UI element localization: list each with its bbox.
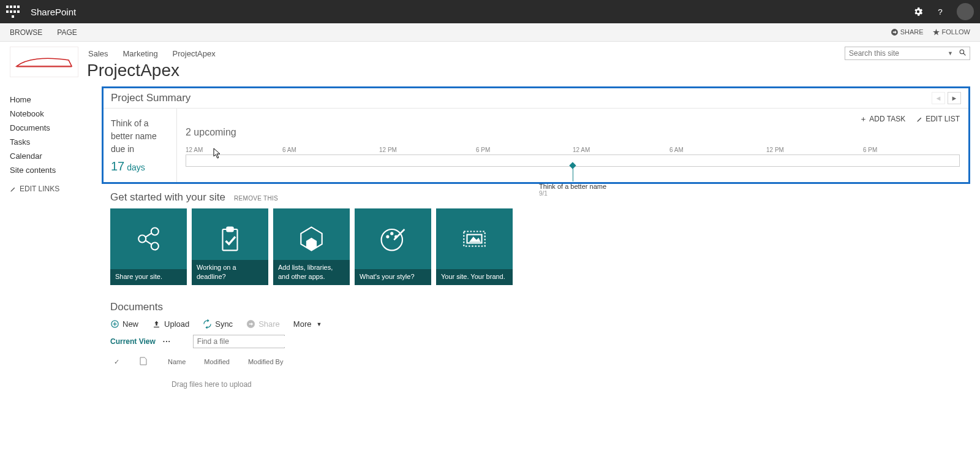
sync-icon (203, 319, 212, 329)
left-nav: Home Notebook Documents Tasks Calendar S… (10, 86, 102, 395)
pencil-icon (916, 116, 923, 123)
share-button[interactable]: SHARE (891, 28, 924, 37)
pencil-icon (10, 186, 17, 193)
tile-add-apps[interactable]: Add lists, libraries, and other apps. (273, 208, 350, 285)
chevron-down-icon: ▼ (316, 321, 322, 327)
tile-share-site[interactable]: Share your site. (110, 208, 187, 285)
timeline-label: 6 AM (282, 147, 379, 153)
timeline-label: 12 PM (766, 147, 863, 153)
upload-icon (152, 319, 161, 329)
find-file-input[interactable] (194, 336, 293, 347)
project-due-summary: Think of a better name due in 17 days (104, 109, 177, 182)
svg-rect-8 (222, 229, 237, 250)
svg-marker-19 (469, 237, 481, 242)
timeline-label: 12 AM (573, 147, 669, 153)
svg-rect-9 (227, 227, 233, 232)
timeline-label: 6 PM (863, 147, 960, 153)
col-modified-by[interactable]: Modified By (248, 358, 283, 365)
project-summary-title: Project Summary (111, 92, 190, 104)
get-started-title: Get started with your site (110, 191, 225, 204)
image-icon (436, 222, 513, 256)
diamond-icon (569, 162, 576, 169)
ribbon-tab-browse[interactable]: BROWSE (10, 28, 42, 37)
nav-home[interactable]: Home (10, 93, 102, 107)
svg-line-7 (145, 240, 151, 245)
select-all-checkbox[interactable]: ✓ (114, 358, 121, 366)
documents-header-row: ✓ Name Modified Modified By (110, 354, 970, 369)
search-box[interactable]: ▼ (845, 47, 970, 60)
share-icon (110, 222, 187, 256)
site-logo[interactable] (10, 47, 78, 77)
palette-icon (355, 222, 431, 256)
timeline-label: 12 PM (379, 147, 476, 153)
page-title: ProjectApex (87, 61, 845, 80)
edit-links-button[interactable]: EDIT LINKS (10, 185, 102, 193)
svg-point-1 (960, 50, 964, 54)
documents-section: Documents New Upload Sync Share More▼ Cu… (110, 301, 970, 395)
ribbon: BROWSE PAGE SHARE FOLLOW (0, 23, 980, 42)
view-options-button[interactable]: ··· (163, 337, 171, 346)
nav-documents[interactable]: Documents (10, 121, 102, 135)
doc-more-button[interactable]: More▼ (293, 319, 322, 329)
edit-list-button[interactable]: EDIT LIST (916, 115, 960, 123)
plus-circle-icon (110, 319, 119, 329)
svg-point-5 (151, 243, 159, 250)
documents-title: Documents (110, 301, 970, 313)
settings-icon[interactable] (913, 6, 924, 17)
find-file-box[interactable] (193, 335, 285, 348)
search-input[interactable] (845, 48, 945, 59)
nav-site-contents[interactable]: Site contents (10, 163, 102, 177)
svg-point-14 (390, 232, 393, 235)
project-summary-panel: Project Summary ◄ ► Think of a better na… (102, 86, 970, 184)
breadcrumb-sales[interactable]: Sales (88, 49, 108, 58)
plus-icon (860, 116, 867, 123)
remove-this-button[interactable]: REMOVE THIS (234, 195, 278, 202)
timeline-next-button[interactable]: ► (948, 92, 961, 104)
timeline-milestone[interactable]: Think of a better name 9/1 (539, 166, 606, 197)
timeline-label: 6 AM (669, 147, 766, 153)
nav-calendar[interactable]: Calendar (10, 149, 102, 163)
drop-zone[interactable]: Drag files here to upload (110, 369, 970, 395)
clipboard-check-icon (192, 222, 268, 256)
svg-line-2 (963, 53, 965, 55)
tile-deadline[interactable]: Working on a deadline? (192, 208, 268, 285)
timeline-label: 6 PM (476, 147, 573, 153)
hexagon-icon (273, 222, 350, 256)
share-icon (246, 319, 255, 329)
svg-text:?: ? (938, 7, 943, 17)
app-name: SharePoint (31, 7, 76, 17)
add-task-button[interactable]: ADD TASK (860, 115, 905, 123)
app-launcher-icon[interactable] (6, 5, 20, 18)
promoted-tiles: Share your site. Working on a deadline? … (110, 208, 970, 285)
current-view-button[interactable]: Current View (110, 337, 156, 346)
search-scope-dropdown[interactable]: ▼ (945, 50, 956, 56)
col-name[interactable]: Name (168, 358, 186, 365)
timeline[interactable]: 12 AM 6 AM 12 PM 6 PM 12 AM 6 AM 12 PM 6… (186, 147, 960, 167)
follow-button[interactable]: FOLLOW (932, 28, 970, 37)
timeline-bar[interactable]: Think of a better name 9/1 (186, 154, 960, 167)
timeline-prev-button[interactable]: ◄ (932, 92, 945, 104)
svg-point-4 (151, 227, 159, 235)
tile-brand[interactable]: Your site. Your brand. (436, 208, 513, 285)
timeline-label: 12 AM (186, 147, 282, 153)
breadcrumb-projectapex[interactable]: ProjectApex (173, 49, 216, 58)
tile-style[interactable]: What's your style? (355, 208, 431, 285)
header: Sales Marketing ProjectApex ProjectApex … (0, 42, 980, 80)
nav-tasks[interactable]: Tasks (10, 135, 102, 149)
user-avatar[interactable] (957, 3, 974, 20)
nav-notebook[interactable]: Notebook (10, 107, 102, 121)
upcoming-count: 2 upcoming (186, 127, 960, 138)
breadcrumb: Sales Marketing ProjectApex (88, 49, 845, 58)
col-modified[interactable]: Modified (204, 358, 230, 365)
search-go-icon[interactable] (956, 48, 970, 58)
doc-share-button[interactable]: Share (246, 319, 280, 329)
doc-sync-button[interactable]: Sync (203, 319, 233, 329)
svg-line-6 (145, 233, 151, 237)
svg-point-13 (386, 235, 389, 238)
help-icon[interactable]: ? (935, 6, 946, 17)
doc-upload-button[interactable]: Upload (152, 319, 189, 329)
suite-bar: SharePoint ? (0, 0, 980, 23)
breadcrumb-marketing[interactable]: Marketing (123, 49, 158, 58)
doc-new-button[interactable]: New (110, 319, 138, 329)
ribbon-tab-page[interactable]: PAGE (57, 28, 77, 37)
